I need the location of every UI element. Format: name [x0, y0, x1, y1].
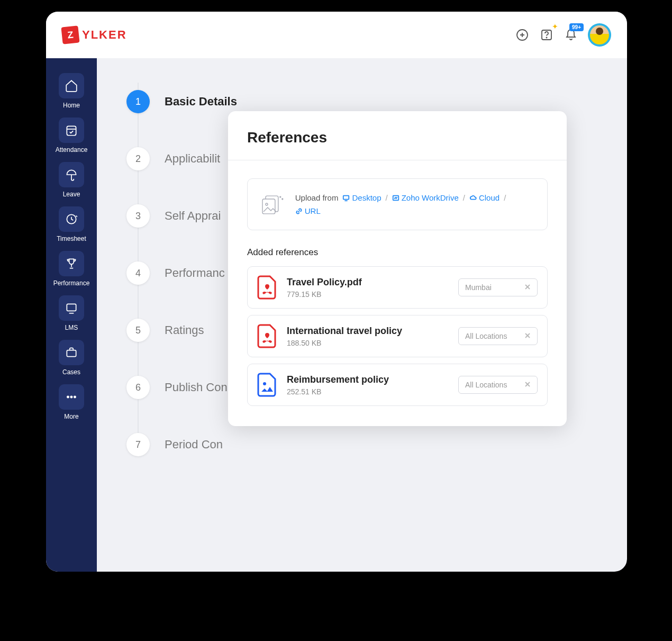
- home-icon: [59, 73, 84, 98]
- svg-rect-13: [67, 350, 76, 357]
- step-number: 1: [126, 90, 150, 113]
- svg-point-20: [280, 196, 281, 197]
- reference-item: International travel policy 188.50 KB Al…: [247, 315, 548, 357]
- app-shell: Z YLKER ✦ 99+: [45, 11, 627, 572]
- svg-point-4: [546, 37, 547, 38]
- reference-location-tag[interactable]: All Locations: [458, 327, 538, 345]
- svg-point-15: [70, 396, 72, 398]
- separator: /: [385, 193, 387, 202]
- app-inner: Z YLKER ✦ 99+: [46, 12, 627, 572]
- close-icon[interactable]: [524, 381, 531, 389]
- step-number: 5: [126, 319, 150, 342]
- sidebar-item-label: LMS: [65, 324, 78, 331]
- panel-title: References: [228, 129, 567, 160]
- tag-label: All Locations: [465, 381, 507, 389]
- sidebar-item-lms[interactable]: LMS: [50, 293, 93, 333]
- step-number: 4: [126, 261, 150, 285]
- upload-text: Upload from Desktop / Zoho WorkDrive /: [295, 193, 534, 215]
- brand-logo[interactable]: Z YLKER: [62, 26, 127, 43]
- reference-info: Reimbursement policy 252.51 KB: [287, 374, 449, 396]
- references-panel: References Upload from Desktop: [228, 111, 567, 426]
- reference-location-tag[interactable]: Mumbai: [458, 278, 538, 296]
- step-number: 3: [126, 204, 150, 228]
- upload-option-workdrive[interactable]: Zoho WorkDrive: [392, 193, 459, 202]
- separator: /: [504, 193, 506, 202]
- sidebar-item-performance[interactable]: Performance: [50, 249, 93, 289]
- add-icon[interactable]: [515, 28, 530, 42]
- sidebar-item-leave[interactable]: Leave: [50, 160, 93, 200]
- tag-label: Mumbai: [465, 283, 492, 292]
- reference-location-tag[interactable]: All Locations: [458, 376, 538, 394]
- svg-rect-18: [262, 199, 275, 214]
- trophy-icon: [59, 251, 84, 276]
- sidebar-item-label: More: [64, 413, 78, 420]
- svg-point-21: [282, 198, 283, 200]
- body: Home Attendance Leave Timesheet Performa…: [46, 58, 627, 572]
- logo-mark: Z: [61, 25, 79, 44]
- reference-info: Travel Policy.pdf 779.15 KB: [287, 277, 449, 299]
- sidebar-item-label: Attendance: [56, 146, 88, 154]
- reference-name: Reimbursement policy: [287, 374, 449, 385]
- close-icon[interactable]: [524, 283, 531, 292]
- sidebar-item-attendance[interactable]: Attendance: [50, 115, 93, 156]
- divider: [228, 160, 567, 160]
- reference-item: Reimbursement policy 252.51 KB All Locat…: [247, 364, 548, 406]
- umbrella-icon: [59, 162, 84, 187]
- sidebar-item-label: Cases: [62, 368, 80, 376]
- step-label: Basic Details: [165, 95, 237, 109]
- svg-rect-22: [343, 195, 349, 199]
- step-label: Self Apprai: [165, 209, 221, 223]
- reference-item: Travel Policy.pdf 779.15 KB Mumbai: [247, 266, 548, 309]
- calendar-check-icon: [59, 118, 84, 143]
- reference-size: 252.51 KB: [287, 387, 449, 396]
- sidebar-item-label: Timesheet: [57, 235, 86, 242]
- step-label: Ratings: [165, 323, 204, 337]
- upload-option-url[interactable]: URL: [295, 206, 321, 215]
- logo-text: YLKER: [82, 28, 127, 42]
- screen-icon: [59, 295, 84, 321]
- reference-list: Travel Policy.pdf 779.15 KB Mumbai: [228, 266, 567, 406]
- step-number: 2: [126, 147, 150, 170]
- sidebar-item-home[interactable]: Home: [50, 71, 93, 111]
- top-actions: ✦ 99+: [515, 23, 611, 47]
- pdf-file-icon: [257, 324, 277, 348]
- svg-point-29: [263, 382, 266, 385]
- help-icon[interactable]: ✦: [539, 28, 554, 42]
- separator: /: [463, 193, 465, 202]
- step-period[interactable]: 7 Period Con: [126, 433, 627, 456]
- step-number: 7: [126, 433, 150, 456]
- topbar: Z YLKER ✦ 99+: [46, 12, 627, 58]
- reference-size: 188.50 KB: [287, 339, 449, 347]
- briefcase-icon: [59, 340, 84, 365]
- bell-icon[interactable]: 99+: [564, 28, 578, 42]
- reference-info: International travel policy 188.50 KB: [287, 326, 449, 347]
- reference-size: 779.15 KB: [287, 290, 449, 299]
- step-basic-details[interactable]: 1 Basic Details: [126, 90, 627, 113]
- avatar[interactable]: [588, 23, 611, 47]
- upload-option-desktop[interactable]: Desktop: [342, 193, 381, 202]
- close-icon[interactable]: [524, 332, 531, 340]
- upload-label: Upload from: [295, 193, 339, 202]
- gallery-icon: [260, 193, 286, 216]
- step-label: Applicabilit: [165, 152, 220, 166]
- sidebar: Home Attendance Leave Timesheet Performa…: [46, 58, 97, 572]
- sidebar-item-label: Home: [63, 102, 80, 109]
- svg-rect-11: [67, 304, 76, 311]
- svg-point-16: [74, 396, 76, 398]
- more-icon: [59, 384, 84, 410]
- main-content: 1 Basic Details 2 Applicabilit 3 Self Ap…: [97, 58, 627, 572]
- pdf-file-icon: [257, 275, 277, 300]
- image-file-icon: [257, 373, 277, 397]
- sidebar-item-label: Leave: [63, 191, 80, 198]
- sidebar-item-more[interactable]: More: [50, 382, 93, 422]
- tag-label: All Locations: [465, 332, 507, 340]
- reference-name: Travel Policy.pdf: [287, 277, 449, 288]
- sidebar-item-timesheet[interactable]: Timesheet: [50, 204, 93, 245]
- upload-option-cloud[interactable]: Cloud: [469, 193, 500, 202]
- step-label: Period Con: [165, 438, 223, 452]
- sparkle-icon: ✦: [552, 22, 558, 31]
- clock-icon: [59, 206, 84, 232]
- sidebar-item-cases[interactable]: Cases: [50, 338, 93, 378]
- sidebar-item-label: Performance: [53, 279, 90, 287]
- svg-rect-5: [67, 126, 76, 135]
